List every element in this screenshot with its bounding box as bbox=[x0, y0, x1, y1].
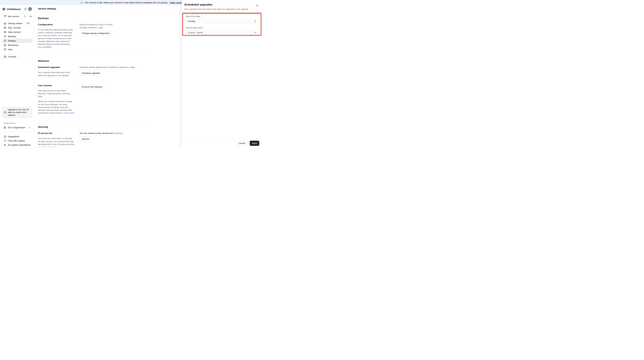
change-backup-configuration-button[interactable]: Change backup configuration bbox=[80, 31, 112, 36]
panel-subtitle: Set a specific time and day of the week … bbox=[184, 8, 260, 10]
aws-logo: aws bbox=[4, 15, 7, 17]
sidebar-item-label: Backups bbox=[8, 35, 16, 38]
chart-icon bbox=[4, 44, 6, 46]
sidebar-item-label: Data sources bbox=[8, 31, 21, 33]
save-button[interactable]: Save bbox=[250, 141, 259, 146]
annotation-highlight-box: Day of the week Sunday Time of day (UTC)… bbox=[182, 13, 262, 36]
time-of-day-value: 12 a.m. - 6 a.m. bbox=[188, 31, 203, 34]
time-of-day-select[interactable]: 12 a.m. - 6 a.m. bbox=[186, 30, 258, 35]
row-description: While we conduct extensive testing on al… bbox=[38, 100, 74, 114]
row-subheading: Configuration bbox=[38, 23, 74, 26]
organization-name: DA's Organization bbox=[8, 126, 25, 129]
idle-banner-message: This service is idle. Wake your service … bbox=[84, 1, 168, 4]
cancel-button[interactable]: Cancel bbox=[236, 141, 248, 146]
sidebar-item-label: Getting started bbox=[8, 22, 22, 25]
section-security: Security IP access list To ensure an ext… bbox=[38, 125, 147, 147]
service-selector-row: aws test service bbox=[2, 14, 32, 18]
section-releases: Releases Scheduled upgrades Set a specif… bbox=[38, 59, 147, 121]
sidebar-spacer bbox=[2, 59, 32, 107]
enroll-fast-releases-button[interactable]: Enroll in fast releases bbox=[80, 84, 105, 89]
status-text: All systems operational bbox=[8, 144, 30, 146]
service-selector[interactable]: aws test service bbox=[2, 14, 27, 18]
sidebar-item-integrations[interactable]: Integrations bbox=[2, 135, 32, 139]
sidebar-item-settings[interactable]: Settings bbox=[2, 38, 32, 43]
row-description: To ensure an extra layer of security for… bbox=[38, 137, 74, 147]
add-service-button[interactable] bbox=[29, 15, 32, 18]
close-icon[interactable] bbox=[256, 4, 258, 7]
sidebar: ClickHouse DA aws test service bbox=[0, 5, 34, 147]
row-scheduled-upgrades: Scheduled upgrades Set a specific time a… bbox=[38, 66, 147, 77]
brand-name: ClickHouse bbox=[7, 8, 21, 10]
row-subheading: Scheduled upgrades bbox=[38, 66, 74, 68]
sidebar-item-label: Help bbox=[8, 48, 12, 51]
sidebar-item-getting-started[interactable]: Getting started 1/5 bbox=[2, 21, 32, 25]
footer-link-label: Chat with support bbox=[8, 140, 25, 142]
row-description: Get early access to the latest features,… bbox=[38, 89, 74, 98]
scheduled-upgrades-panel: Scheduled upgrades Set a specific time a… bbox=[182, 0, 263, 147]
sidebar-item-backups[interactable]: Backups bbox=[2, 34, 32, 38]
sidebar-divider bbox=[0, 132, 34, 132]
sidebar-item-data-sources[interactable]: Data sources bbox=[2, 30, 32, 34]
system-status-row[interactable]: All systems operational bbox=[2, 143, 32, 147]
connect-button[interactable]: Connect bbox=[2, 54, 32, 59]
wake-service-link[interactable]: Wake service bbox=[170, 1, 183, 4]
sidebar-item-monitoring[interactable]: Monitoring bbox=[2, 43, 32, 47]
sidebar-item-help[interactable]: Help bbox=[2, 47, 32, 52]
organization-row[interactable]: DA's Organization bbox=[2, 125, 32, 130]
snooze-alarm-icon: z bbox=[80, 1, 83, 4]
getting-started-progress-badge: 1/5 bbox=[25, 22, 30, 25]
building-icon bbox=[4, 126, 6, 129]
panel-title: Scheduled upgrades bbox=[184, 3, 260, 6]
add-ips-button[interactable]: Add IPs bbox=[80, 137, 92, 142]
app-window: z This service is idle. Wake your servic… bbox=[0, 0, 263, 147]
row-subheading: Fast channel bbox=[38, 84, 74, 87]
chat-bubble-icon bbox=[4, 140, 6, 142]
backup-frequency-info: Backup Frequency: Every 24 hours bbox=[80, 23, 147, 26]
chevron-up-down-icon bbox=[24, 15, 26, 17]
connect-label: Connect bbox=[8, 55, 16, 58]
row-ip-access-list: IP access list To ensure an extra layer … bbox=[38, 132, 147, 147]
chevron-right-icon bbox=[29, 127, 30, 128]
sidebar-item-label: Settings bbox=[8, 39, 16, 42]
status-dot-icon bbox=[4, 144, 6, 146]
notifications-bell-icon[interactable] bbox=[24, 8, 27, 10]
main-content: Service Settings Backups Configuration F… bbox=[34, 5, 182, 147]
row-fast-channel: Fast channel Get early access to the lat… bbox=[38, 84, 147, 115]
sidebar-item-chat-support[interactable]: Chat with support bbox=[2, 139, 32, 143]
sidebar-footer-links: Integrations Chat with support All syste… bbox=[2, 135, 32, 147]
sidebar-item-label: Monitoring bbox=[8, 44, 18, 46]
section-heading: Backups bbox=[38, 17, 147, 20]
connect-from-info: You can connect to this service from bbox=[80, 132, 113, 135]
brand-row: ClickHouse DA bbox=[3, 7, 32, 11]
service-name: test service bbox=[8, 15, 19, 17]
schedule-upgrades-button[interactable]: Schedule upgrades bbox=[80, 70, 103, 76]
rocket-icon bbox=[4, 22, 6, 25]
sliders-icon bbox=[4, 39, 6, 42]
page-title: Service Settings bbox=[34, 5, 182, 12]
clickhouse-logo-icon bbox=[3, 8, 6, 10]
svg-text:z: z bbox=[81, 2, 82, 3]
connect-signal-icon bbox=[4, 55, 6, 58]
upgrade-notice-text: Upgrade in the next 30 days to unlock mo… bbox=[8, 108, 30, 117]
learn-more-link[interactable]: Learn more bbox=[63, 112, 74, 114]
upgrade-notice-card[interactable]: Upgrade in the next 30 days to unlock mo… bbox=[2, 107, 32, 118]
anywhere-link[interactable]: anywhere bbox=[114, 132, 123, 135]
day-of-week-select[interactable]: Sunday bbox=[186, 19, 258, 23]
footer-link-label: Integrations bbox=[8, 135, 19, 138]
day-of-week-label: Day of the week bbox=[186, 15, 258, 17]
row-backup-configuration: Configuration For an effective data prot… bbox=[38, 23, 147, 48]
row-description: For an effective data protection plan, s… bbox=[38, 28, 74, 48]
chevron-up-down-icon bbox=[254, 20, 256, 22]
organization-section-label: Organization bbox=[2, 122, 32, 124]
question-circle-icon bbox=[4, 48, 6, 51]
history-clock-icon bbox=[4, 35, 6, 38]
sidebar-item-sql-console[interactable]: SQL Console bbox=[2, 25, 32, 30]
avatar[interactable]: DA bbox=[28, 7, 32, 11]
section-heading: Releases bbox=[38, 59, 147, 62]
sidebar-item-label: SQL Console bbox=[8, 26, 21, 29]
section-divider bbox=[38, 121, 147, 121]
row-subheading: IP access list bbox=[38, 132, 74, 135]
sidebar-nav: Getting started 1/5 SQL Console bbox=[2, 21, 32, 52]
clock-icon bbox=[4, 111, 6, 114]
chevron-up-down-icon bbox=[254, 31, 256, 34]
